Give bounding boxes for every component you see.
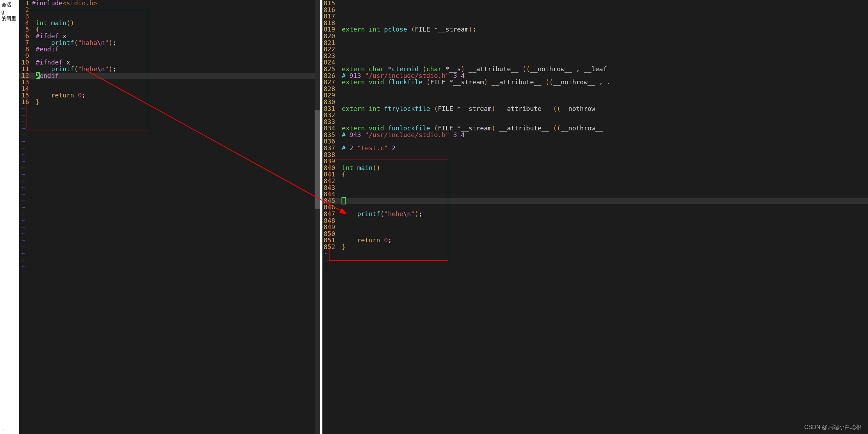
code-line[interactable]: 835 # 943 "/usr/include/stdio.h" 3 4 bbox=[322, 132, 868, 139]
code-text[interactable]: return 0; bbox=[338, 237, 868, 244]
code-line[interactable]: 16 } bbox=[19, 99, 320, 106]
line-number: 849 bbox=[322, 224, 338, 231]
tilde-line: ~ bbox=[19, 185, 320, 191]
code-text[interactable] bbox=[338, 53, 868, 60]
code-line[interactable]: 819 extern int pclose (FILE *__stream); bbox=[322, 26, 868, 33]
code-text[interactable]: #endif bbox=[32, 73, 320, 79]
code-text[interactable]: extern void flockfile (FILE *__stream) _… bbox=[338, 79, 868, 86]
code-text[interactable]: { bbox=[338, 171, 868, 178]
scrollbar-track-left[interactable] bbox=[315, 0, 320, 434]
code-line[interactable]: 1#include<stdio.h> bbox=[19, 0, 320, 7]
code-text[interactable]: printf("hehe\n"); bbox=[338, 211, 868, 218]
code-line[interactable]: 2 bbox=[19, 7, 320, 13]
code-line[interactable]: 845 bbox=[322, 198, 868, 204]
code-line[interactable]: 816 bbox=[322, 7, 868, 13]
code-text[interactable] bbox=[32, 13, 320, 20]
tilde-line: ~ bbox=[19, 132, 320, 139]
code-line[interactable]: 13 bbox=[19, 79, 320, 86]
tilde-line: ~ bbox=[19, 165, 320, 171]
code-text[interactable] bbox=[338, 46, 868, 53]
code-text[interactable]: #include<stdio.h> bbox=[32, 0, 320, 7]
code-text[interactable] bbox=[32, 53, 320, 60]
code-text[interactable] bbox=[338, 33, 868, 40]
code-line[interactable]: 829 bbox=[322, 92, 868, 99]
code-text[interactable] bbox=[338, 224, 868, 231]
tilde-line: ~ bbox=[19, 106, 320, 112]
code-text[interactable]: int main() bbox=[338, 165, 868, 171]
code-text[interactable] bbox=[338, 0, 868, 7]
code-line[interactable]: 8 #endif bbox=[19, 46, 320, 53]
tilde-line: ~ bbox=[19, 244, 320, 250]
code-text[interactable] bbox=[338, 138, 868, 145]
code-text[interactable] bbox=[338, 7, 868, 13]
code-text[interactable]: return 0; bbox=[32, 92, 320, 99]
code-line[interactable]: 843 bbox=[322, 185, 868, 191]
code-line[interactable]: 844 bbox=[322, 191, 868, 198]
code-line[interactable]: 823 bbox=[322, 53, 868, 60]
editor-pane-left[interactable]: 1#include<stdio.h>234 int main()5 {6 #if… bbox=[19, 0, 320, 434]
code-line[interactable]: 839 bbox=[322, 158, 868, 165]
line-number: 847 bbox=[322, 211, 338, 218]
code-line[interactable]: 836 bbox=[322, 138, 868, 145]
code-text[interactable]: extern int ftrylockfile (FILE *__stream)… bbox=[338, 106, 868, 112]
code-line[interactable]: 827 extern void flockfile (FILE *__strea… bbox=[322, 79, 868, 86]
line-number: 13 bbox=[19, 79, 32, 86]
code-text[interactable] bbox=[338, 198, 868, 204]
code-text[interactable] bbox=[338, 218, 868, 224]
editor-pane-right[interactable]: 815816817818819 extern int pclose (FILE … bbox=[322, 0, 868, 434]
code-line[interactable]: 815 bbox=[322, 0, 868, 7]
code-text[interactable] bbox=[338, 158, 868, 165]
code-text[interactable] bbox=[338, 40, 868, 46]
code-line[interactable]: 841 { bbox=[322, 171, 868, 178]
line-number: 842 bbox=[322, 178, 338, 185]
code-text[interactable]: extern int pclose (FILE *__stream); bbox=[338, 26, 868, 33]
code-text[interactable]: } bbox=[32, 99, 320, 106]
code-text[interactable]: } bbox=[338, 244, 868, 250]
code-text[interactable] bbox=[338, 152, 868, 158]
code-text[interactable] bbox=[338, 112, 868, 119]
code-line[interactable]: 847 printf("hehe\n"); bbox=[322, 211, 868, 218]
code-line[interactable]: 11 printf("hehe\n"); bbox=[19, 66, 320, 73]
code-text[interactable] bbox=[338, 178, 868, 185]
code-text[interactable]: { bbox=[32, 26, 320, 33]
code-text[interactable] bbox=[338, 13, 868, 20]
code-text[interactable] bbox=[32, 79, 320, 86]
tilde-line: ~ bbox=[19, 250, 320, 257]
code-line[interactable]: 817 bbox=[322, 13, 868, 20]
code-text[interactable] bbox=[338, 86, 868, 92]
code-text[interactable] bbox=[338, 185, 868, 191]
code-text[interactable] bbox=[338, 231, 868, 237]
code-line[interactable]: 837 # 2 "test.c" 2 bbox=[322, 145, 868, 152]
code-line[interactable]: 821 bbox=[322, 40, 868, 46]
code-line[interactable]: 851 return 0; bbox=[322, 237, 868, 244]
code-line[interactable]: 852 } bbox=[322, 244, 868, 250]
tilde-line: ~ bbox=[19, 138, 320, 145]
code-line[interactable]: 832 bbox=[322, 112, 868, 119]
code-line[interactable]: 4 int main() bbox=[19, 20, 320, 27]
code-text[interactable]: #endif bbox=[32, 46, 320, 53]
code-text[interactable] bbox=[32, 7, 320, 13]
code-text[interactable] bbox=[338, 92, 868, 99]
code-line[interactable]: 828 bbox=[322, 86, 868, 92]
code-line[interactable]: 850 bbox=[322, 231, 868, 237]
code-line[interactable]: 822 bbox=[322, 46, 868, 53]
code-text[interactable]: int main() bbox=[32, 20, 320, 27]
code-line[interactable]: 849 bbox=[322, 224, 868, 231]
code-line[interactable]: 7 printf("haha\n"); bbox=[19, 40, 320, 46]
scrollbar-thumb-left[interactable] bbox=[315, 110, 320, 209]
tilde-line: ~ bbox=[19, 198, 320, 204]
code-line[interactable]: 831 extern int ftrylockfile (FILE *__str… bbox=[322, 106, 868, 112]
code-line[interactable]: 12 #endif bbox=[19, 73, 320, 79]
code-line[interactable]: 842 bbox=[322, 178, 868, 185]
code-text[interactable] bbox=[338, 191, 868, 198]
code-line[interactable]: 848 bbox=[322, 218, 868, 224]
code-text[interactable]: # 2 "test.c" 2 bbox=[338, 145, 868, 152]
code-text[interactable]: # 943 "/usr/include/stdio.h" 3 4 bbox=[338, 132, 868, 139]
code-line[interactable]: 820 bbox=[322, 33, 868, 40]
code-line[interactable]: 838 bbox=[322, 152, 868, 158]
line-number: 3 bbox=[19, 13, 32, 20]
code-text[interactable]: printf("haha\n"); bbox=[32, 40, 320, 46]
code-line[interactable]: 15 return 0; bbox=[19, 92, 320, 99]
code-text[interactable]: printf("hehe\n"); bbox=[32, 66, 320, 73]
code-line[interactable]: 840 int main() bbox=[322, 165, 868, 171]
